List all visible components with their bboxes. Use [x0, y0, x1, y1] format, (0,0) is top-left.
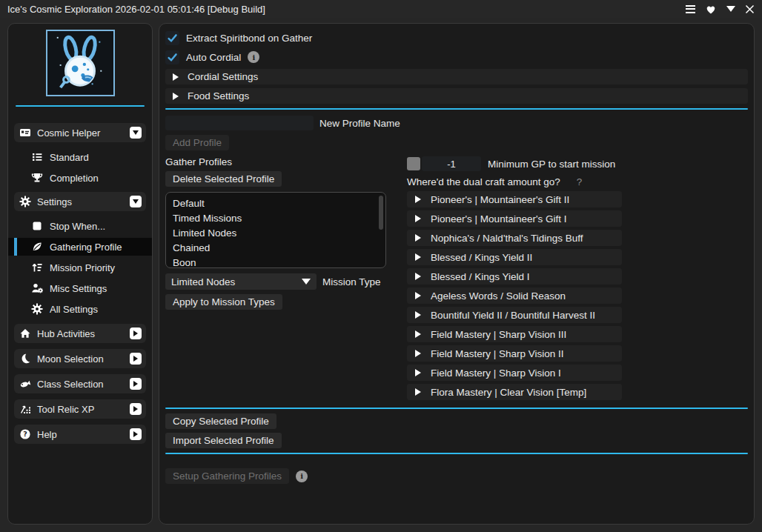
- minimum-gp-input[interactable]: [422, 156, 481, 171]
- buff-header[interactable]: Flora Mastery | Clear Vision [Temp]: [407, 384, 622, 400]
- header-cordial-settings[interactable]: Cordial Settings: [165, 69, 748, 84]
- checkbox-checked-icon[interactable]: [165, 31, 179, 45]
- sidebar-item-tool-relic-xp[interactable]: Tool Relic XP: [14, 399, 146, 419]
- sidebar-item-settings[interactable]: Settings: [14, 192, 146, 211]
- add-profile-button[interactable]: Add Profile: [165, 135, 229, 150]
- import-selected-profile-button[interactable]: Import Selected Profile: [165, 433, 282, 448]
- copy-selected-profile-button[interactable]: Copy Selected Profile: [165, 413, 276, 429]
- gather-profiles-listbox[interactable]: Default Timed Missions Limited Nodes Cha…: [165, 192, 386, 268]
- buff-header[interactable]: Ageless Words / Solid Reason: [407, 287, 622, 304]
- buff-header[interactable]: Pioneer's | Mountaineer's Gift II: [407, 191, 622, 207]
- sidebar-item-label: Mission Priority: [50, 262, 115, 273]
- buff-header[interactable]: Pioneer's | Mountaineer's Gift I: [407, 210, 622, 227]
- list-item[interactable]: Timed Missions: [173, 211, 379, 226]
- leaf-icon: [30, 241, 43, 253]
- sidebar-item-cosmic-helper[interactable]: Cosmic Helper: [14, 123, 146, 142]
- buff-header[interactable]: Field Mastery | Sharp Vision III: [407, 326, 622, 342]
- new-profile-name-label: New Profile Name: [319, 118, 400, 129]
- square-icon: [30, 220, 43, 233]
- list-item[interactable]: Default: [173, 196, 379, 211]
- chevron-right-icon: [415, 215, 421, 222]
- mission-type-selected-value: Limited Nodes: [171, 276, 302, 287]
- header-food-settings[interactable]: Food Settings: [165, 88, 748, 104]
- apply-to-mission-types-button[interactable]: Apply to Mission Types: [165, 294, 282, 310]
- buff-header-label: Pioneer's | Mountaineer's Gift I: [431, 213, 567, 225]
- sidebar-item-moon-selection[interactable]: Moon Selection: [14, 349, 146, 368]
- chevron-right-toggle[interactable]: [130, 353, 142, 365]
- chevron-right-toggle[interactable]: [130, 378, 142, 390]
- delete-selected-profile-button[interactable]: Delete Selected Profile: [165, 171, 282, 187]
- sidebar-item-label: Gathering Profile: [50, 242, 122, 253]
- buff-header[interactable]: Blessed / Kings Yield II: [407, 249, 622, 265]
- list-item[interactable]: Boon: [173, 256, 379, 268]
- sidebar-item-label: Settings: [37, 196, 72, 207]
- section-divider: [165, 408, 748, 409]
- buff-header[interactable]: Field Mastery | Sharp Vision II: [407, 345, 622, 362]
- checkbox-label: Extract Spiritbond on Gather: [186, 33, 312, 44]
- checkbox-checked-icon[interactable]: [165, 50, 179, 64]
- chevron-down-icon: [302, 279, 311, 285]
- sidebar-item-label: Stop When...: [50, 221, 105, 232]
- buff-header[interactable]: Bountiful Yield II / Bountiful Harvest I…: [407, 307, 622, 323]
- sidebar-item-mission-priority[interactable]: Mission Priority: [14, 259, 146, 276]
- list-item[interactable]: Limited Nodes: [173, 226, 379, 241]
- chevron-right-icon: [415, 292, 421, 299]
- question-icon: ?: [19, 428, 31, 441]
- sidebar-item-gathering-profile[interactable]: Gathering Profile: [8, 238, 152, 256]
- buff-header-label: Flora Mastery | Clear Vision [Temp]: [431, 387, 586, 398]
- sidebar-item-help[interactable]: ? Help: [14, 425, 146, 444]
- sidebar-item-stop-when[interactable]: Stop When...: [14, 217, 146, 235]
- sidebar-divider: [16, 105, 145, 107]
- fish-icon: [19, 378, 31, 390]
- section-divider: [165, 108, 748, 110]
- buff-header[interactable]: Nophica's / Nald'thal's Tidings Buff: [407, 230, 622, 246]
- chevron-right-icon: [173, 93, 179, 100]
- card-list-icon: [19, 127, 31, 139]
- sidebar-item-misc-settings[interactable]: Misc Settings: [14, 279, 146, 297]
- collapse-icon[interactable]: [726, 6, 735, 12]
- list-item[interactable]: Chained: [173, 241, 379, 256]
- close-icon[interactable]: [745, 4, 755, 14]
- chevron-down-toggle[interactable]: [130, 127, 142, 139]
- new-profile-name-input[interactable]: [165, 116, 314, 130]
- title-bar: Ice's Cosmic Exploration 2026-02-01 05:0…: [0, 0, 762, 18]
- checkbox-auto-cordial[interactable]: Auto Cordial i: [165, 50, 748, 64]
- sidebar-item-standard[interactable]: Standard: [14, 148, 146, 166]
- sidebar-panel: Cosmic Helper Standard Completion Settin…: [7, 23, 153, 525]
- sidebar-item-label: Cosmic Helper: [37, 127, 100, 139]
- buff-header[interactable]: Blessed / Kings Yield I: [407, 268, 622, 285]
- sidebar-item-label: Tool Relic XP: [37, 404, 94, 415]
- mission-type-select[interactable]: Limited Nodes: [165, 273, 317, 290]
- buff-header-label: Field Mastery | Sharp Vision II: [431, 348, 564, 359]
- checkbox-extract-spiritbond[interactable]: Extract Spiritbond on Gather: [165, 30, 748, 45]
- chevron-down-toggle[interactable]: [130, 196, 142, 207]
- chevron-right-toggle[interactable]: [130, 327, 142, 339]
- chevron-right-toggle[interactable]: [130, 403, 142, 415]
- sidebar-item-all-settings[interactable]: All Settings: [14, 300, 146, 318]
- dual-craft-question: Where'd the dual craft amount go?: [407, 176, 560, 187]
- rabbit-moon-logo-icon: [48, 33, 112, 93]
- chevron-right-icon: [415, 311, 421, 319]
- header-label: Cordial Settings: [188, 71, 258, 82]
- sidebar-item-class-selection[interactable]: Class Selection: [14, 374, 146, 393]
- section-divider: [165, 453, 748, 454]
- buff-header[interactable]: Field Mastery | Sharp Vision I: [407, 365, 622, 381]
- gather-profiles-label: Gather Profiles: [165, 156, 407, 168]
- sidebar-item-completion[interactable]: Completion: [14, 169, 146, 187]
- buff-header-label: Field Mastery | Sharp Vision III: [431, 329, 566, 340]
- chevron-right-icon: [415, 330, 421, 338]
- chevron-right-icon: [415, 196, 421, 203]
- minimum-gp-label: Minimum GP to start mission: [488, 159, 615, 170]
- heart-icon[interactable]: [705, 4, 717, 15]
- chevron-right-toggle[interactable]: [130, 428, 142, 440]
- info-icon: i: [248, 51, 259, 63]
- chevron-right-icon: [415, 253, 421, 261]
- menu-icon[interactable]: [686, 5, 695, 13]
- list-icon: [30, 151, 43, 164]
- chevron-right-icon: [173, 73, 179, 81]
- listbox-scrollbar[interactable]: [379, 196, 383, 230]
- gp-drag-handle[interactable]: [407, 157, 420, 170]
- setup-gathering-profiles-button[interactable]: Setup Gathering Profiles: [165, 468, 289, 484]
- sidebar-item-hub-activities[interactable]: Hub Activities: [14, 324, 146, 343]
- chevron-right-icon: [415, 273, 421, 280]
